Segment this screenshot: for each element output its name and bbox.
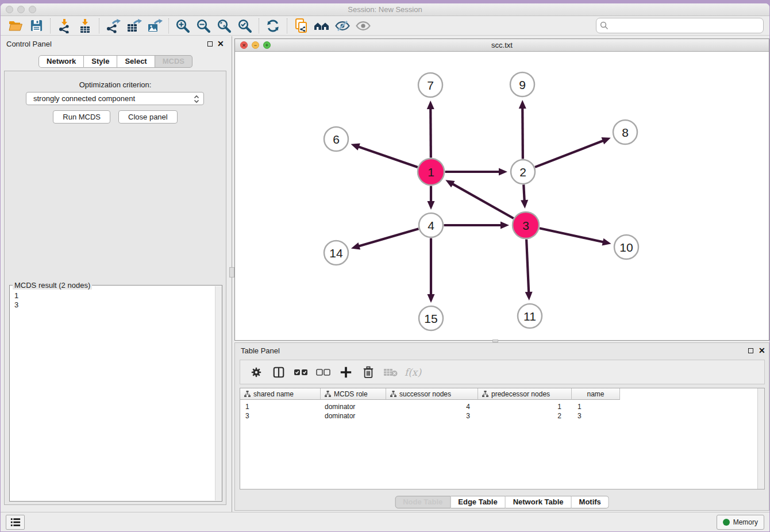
import-network-icon[interactable] [54,17,75,34]
open-file-icon[interactable] [5,17,26,34]
tab-network[interactable]: Network [38,55,84,68]
main-titlebar: Session: New Session [1,3,769,16]
main-toolbar [1,16,769,36]
export-network-icon[interactable] [103,17,124,34]
float-table-panel-icon[interactable] [748,348,753,353]
export-image-icon[interactable] [144,17,165,34]
mcds-result-line: 1 [14,291,222,300]
graph-edge[interactable] [526,239,529,293]
table-cell[interactable]: 1 [240,402,321,411]
float-panel-icon[interactable] [207,41,213,47]
graph-edge[interactable] [522,107,523,159]
toggle-panels-icon[interactable] [268,363,288,381]
window-minimize-button[interactable] [17,6,25,13]
table-row[interactable]: 1dominator411 [240,402,764,411]
window-zoom-button[interactable] [29,6,36,13]
status-bar: Memory [1,512,769,531]
save-icon[interactable] [26,17,47,34]
delete-column-trash-icon[interactable] [358,363,378,381]
table-settings-gear-icon[interactable] [246,363,266,381]
tab-mcds[interactable]: MCDS [155,55,192,68]
graph-edge[interactable] [358,229,418,246]
table-cell[interactable]: 3 [386,411,478,421]
graph-edge[interactable] [523,184,525,201]
table-cell[interactable]: 2 [478,411,572,421]
graph-edge[interactable] [540,228,604,242]
run-mcds-button[interactable]: Run MCDS [53,110,110,124]
close-table-panel-icon[interactable]: ✕ [759,346,765,355]
delete-table-icon [380,363,401,381]
vertical-splitter-handle[interactable] [229,267,234,277]
table-cell[interactable]: 3 [572,411,620,421]
graph-node-label: 15 [424,312,437,325]
window-close-button[interactable] [6,6,13,13]
network-close-button[interactable]: ✕ [240,41,248,49]
control-panel-tabs: Network Style Select MCDS [38,55,192,68]
zoom-out-icon[interactable] [193,17,214,34]
column-header[interactable]: predecessor nodes [478,388,572,400]
graph-edge[interactable] [535,140,604,167]
tab-motifs[interactable]: Motifs [572,496,609,508]
close-panel-button[interactable]: Close panel [118,110,178,124]
graph-node-label: 14 [329,246,343,260]
table-cell[interactable]: 4 [386,402,478,411]
column-type-icon [325,391,331,397]
zoom-in-icon[interactable] [172,17,193,34]
graph-edge-arrowhead [351,144,360,151]
network-minimize-button[interactable]: − [252,41,259,49]
tab-node-table[interactable]: Node Table [395,496,451,508]
memory-button[interactable]: Memory [717,515,764,530]
mcds-result-title: MCDS result (2 nodes) [13,281,92,290]
table-panel: Table Panel ✕ [234,342,769,511]
column-header[interactable]: successor nodes [386,388,478,400]
mcds-tab-content: Optimization criterion: strongly connect… [4,71,226,505]
graph-node-label: 3 [522,219,529,232]
column-header[interactable]: MCDS role [321,388,386,400]
table-cell[interactable]: dominator [321,411,386,421]
graph-node-label: 1 [428,165,434,179]
table-row[interactable]: 3dominator323 [240,411,764,421]
result-scrollbar[interactable] [215,286,222,500]
table-cell[interactable]: 1 [572,402,620,411]
table-scrollbar[interactable] [757,388,764,489]
table-cell[interactable]: dominator [321,402,386,411]
homes-icon[interactable] [311,17,332,34]
deselect-all-columns-icon[interactable] [313,363,333,381]
tab-network-table[interactable]: Network Table [506,496,572,508]
zoom-selected-icon[interactable] [234,17,255,34]
close-panel-icon[interactable]: ✕ [217,39,224,48]
show-all-eye-icon[interactable] [353,17,374,34]
task-history-button[interactable] [6,515,25,530]
graph-node-label: 2 [519,165,526,179]
column-header[interactable]: shared name [240,388,321,400]
memory-label: Memory [733,518,758,526]
network-maximize-button[interactable]: + [263,41,271,49]
table-cell[interactable]: 3 [240,411,321,421]
select-all-columns-icon[interactable] [291,363,311,381]
search-icon [600,21,609,30]
tab-edge-table[interactable]: Edge Table [451,496,505,508]
column-header[interactable]: name [572,388,620,400]
column-type-icon [390,391,396,397]
graph-edge[interactable] [430,108,431,158]
first-neighbors-icon[interactable] [291,17,311,34]
refresh-icon[interactable] [263,17,283,34]
mcds-result-box: MCDS result (2 nodes) 1 3 [9,285,222,502]
export-table-icon[interactable] [124,17,144,34]
add-column-icon[interactable] [336,363,356,381]
session-title: Session: New Session [1,3,769,16]
graph-edge[interactable] [358,147,418,167]
graph-edge-arrowhead [500,222,509,229]
table-cell[interactable]: 1 [478,402,572,411]
zoom-fit-icon[interactable] [214,17,234,34]
tab-style[interactable]: Style [84,55,117,68]
import-table-icon[interactable] [75,17,95,34]
tab-select[interactable]: Select [117,55,155,68]
hide-selected-eye-icon[interactable] [332,17,353,34]
search-input[interactable] [596,18,764,33]
network-canvas[interactable]: 7968124314101511 [235,52,769,340]
toolbar-separator [287,18,287,33]
toolbar-separator [259,18,259,33]
graph-edge[interactable] [452,184,514,218]
criterion-select[interactable]: strongly connected component [26,92,204,105]
